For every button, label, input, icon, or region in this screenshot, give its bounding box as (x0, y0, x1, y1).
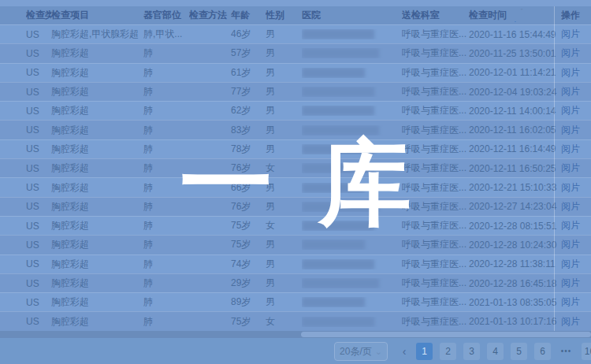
cell-gender: 男 (266, 181, 302, 195)
page-button-5[interactable]: 5 (511, 343, 527, 360)
cell-organ: 肺 (143, 277, 189, 290)
scrollbar-thumb[interactable] (301, 332, 591, 337)
hospital-redacted-value (302, 278, 379, 288)
cell-dept: 呼吸与重症医... (402, 258, 469, 271)
read-film-link[interactable]: 阅片 (561, 258, 580, 269)
hospital-redacted-value (302, 144, 374, 154)
read-film-link[interactable]: 阅片 (561, 47, 580, 58)
table-row: US胸腔彩超肺75岁男呼吸与重症医...2020-12-28 10:24:30阅… (0, 235, 591, 254)
horizontal-scrollbar[interactable] (0, 331, 591, 338)
read-film-link[interactable]: 阅片 (561, 124, 580, 136)
cell-organ: 肺 (143, 258, 189, 271)
cell-type: US (26, 29, 51, 40)
cell-hospital (302, 87, 402, 97)
cell-item: 胸腔彩超 (51, 277, 143, 290)
page-button-3[interactable]: 3 (463, 343, 480, 360)
cell-type: US (26, 163, 51, 174)
col-header-age[interactable]: 年龄 (231, 9, 266, 22)
read-film-link[interactable]: 阅片 (561, 201, 580, 212)
cell-age: 76岁 (231, 162, 266, 175)
read-film-link[interactable]: 阅片 (561, 182, 580, 193)
hospital-redacted-value (302, 240, 365, 250)
cell-gender: 男 (266, 238, 302, 251)
cell-age: 75岁 (231, 219, 266, 232)
read-film-link[interactable]: 阅片 (561, 239, 580, 250)
prev-page-button[interactable]: ‹ (398, 342, 411, 361)
col-header-department[interactable]: 送检科室 (402, 9, 469, 22)
col-header-hospital[interactable]: 医院 (302, 9, 402, 22)
read-film-link[interactable]: 阅片 (561, 143, 580, 154)
col-header-organ[interactable]: 器官部位 (143, 9, 189, 22)
hospital-redacted-value (302, 317, 374, 327)
col-header-exam-type[interactable]: 检查类型 (26, 9, 51, 22)
cell-action: 阅片 (561, 28, 591, 41)
read-film-link[interactable]: 阅片 (561, 296, 580, 307)
cell-type: US (26, 48, 51, 59)
cell-type: US (26, 124, 51, 136)
read-film-link[interactable]: 阅片 (561, 220, 580, 231)
read-film-link[interactable]: 阅片 (561, 277, 580, 288)
cell-time: 2020-12-11 16:02:05 (469, 124, 561, 136)
read-film-link[interactable]: 阅片 (561, 28, 580, 39)
table-row: US胸腔彩超肺78岁男呼吸与重症医...2020-12-11 16:14:49阅… (0, 139, 591, 158)
sort-descending-icon[interactable] (519, 9, 525, 21)
page-button-2[interactable]: 2 (440, 343, 456, 360)
col-header-method[interactable]: 检查方法 (189, 9, 231, 22)
cell-item: 胸腔彩超 (51, 46, 143, 60)
cell-dept: 呼吸与重症医... (402, 315, 469, 329)
page-buttons: 123456•••16 (416, 343, 591, 360)
read-film-link[interactable]: 阅片 (561, 162, 580, 173)
cell-time: 2020-12-01 11:14:21 (469, 67, 561, 78)
col-header-exam-time[interactable]: 检查时间 (469, 9, 561, 22)
sort-carets-icon[interactable] (512, 10, 525, 21)
page-size-select[interactable]: 20条/页 ⌄ (334, 342, 388, 361)
cell-hospital (302, 202, 402, 212)
col-header-gender[interactable]: 性别 (266, 9, 302, 22)
cell-action: 阅片 (561, 181, 591, 195)
cell-age: 29岁 (231, 277, 266, 290)
page-button-1[interactable]: 1 (416, 343, 433, 360)
read-film-link[interactable]: 阅片 (561, 105, 580, 116)
top-strip (0, 0, 591, 6)
cell-dept: 呼吸与重症医... (402, 104, 469, 117)
chevron-down-icon: ⌄ (375, 348, 382, 355)
cell-organ: 肺 (143, 143, 189, 156)
cell-hospital (302, 278, 402, 288)
cell-organ: 肺 (143, 162, 189, 175)
cell-item: 胸腔彩超 (51, 143, 143, 156)
read-film-link[interactable]: 阅片 (561, 86, 580, 97)
hospital-redacted-value (302, 183, 365, 193)
cell-type: US (26, 297, 51, 308)
cell-action: 阅片 (561, 162, 591, 175)
cell-organ: 肺 (143, 295, 189, 309)
read-film-link[interactable]: 阅片 (561, 67, 580, 78)
col-header-exam-item[interactable]: 检查项目 (51, 9, 143, 22)
cell-age: 62岁 (231, 104, 266, 117)
more-pages-ellipsis[interactable]: ••• (558, 343, 574, 360)
cell-action: 阅片 (561, 258, 591, 271)
cell-action: 阅片 (561, 143, 591, 156)
hospital-redacted-value (302, 68, 365, 78)
cell-hospital (302, 297, 402, 307)
cell-hospital (302, 29, 402, 39)
cell-action: 阅片 (561, 315, 591, 329)
cell-gender: 男 (266, 295, 302, 309)
page-button-6[interactable]: 6 (534, 343, 551, 360)
cell-time: 2020-12-11 14:00:14 (469, 106, 561, 117)
cell-dept: 呼吸与重症医... (402, 181, 469, 195)
page-button-4[interactable]: 4 (487, 343, 504, 360)
cell-type: US (26, 182, 51, 193)
cell-dept: 呼吸与重症医... (402, 85, 469, 98)
cell-hospital (302, 106, 402, 116)
cell-hospital (302, 48, 402, 58)
cell-gender: 男 (266, 277, 302, 290)
page-button-16[interactable]: 16 (582, 343, 591, 360)
table-body: US胸腔彩超,甲状腺彩超肺,甲状...46岁男呼吸与重症医...2020-11-… (0, 24, 591, 331)
cell-action: 阅片 (561, 66, 591, 80)
cell-time: 2020-12-28 10:24:30 (469, 240, 561, 251)
cell-dept: 呼吸与重症医... (402, 28, 469, 41)
cell-item: 胸腔彩超,甲状腺彩超 (51, 28, 143, 41)
cell-gender: 男 (266, 28, 302, 41)
read-film-link[interactable]: 阅片 (561, 316, 580, 327)
cell-type: US (26, 316, 51, 327)
